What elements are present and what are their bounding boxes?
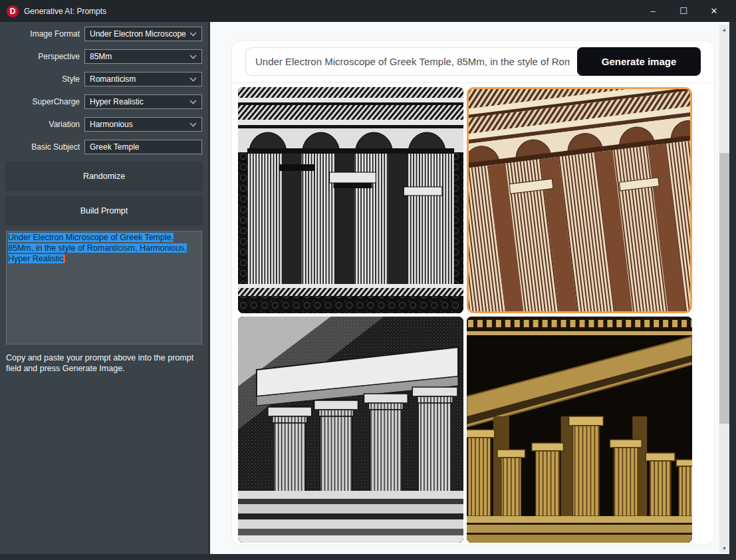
- prompt-output-memo[interactable]: Under Electron Microscope of Greek Templ…: [6, 231, 202, 345]
- instructions-text: Copy and paste your prompt above into th…: [6, 352, 202, 374]
- field-row-perspective: Perspective 85Mm: [6, 49, 202, 64]
- image-format-label: Image Format: [6, 29, 84, 39]
- image-grid: [232, 83, 714, 543]
- supercharge-value: Hyper Realistic: [90, 97, 144, 106]
- main-area: Generate image: [210, 22, 729, 554]
- image-format-value: Under Electron Microscope: [90, 29, 186, 39]
- image-format-dropdown[interactable]: Under Electron Microscope: [84, 27, 202, 41]
- selected-prompt-text: Under Electron Microscope of Greek Templ…: [8, 233, 187, 263]
- scroll-down-arrow-icon[interactable]: ▼: [719, 543, 729, 553]
- vertical-scrollbar[interactable]: ▲ ▼: [719, 25, 729, 553]
- build-prompt-button[interactable]: Build Prompt: [6, 196, 202, 225]
- title-bar: D Generative AI: Prompts – ☐ ✕: [0, 0, 736, 22]
- field-row-style: Style Romanticism: [6, 72, 202, 86]
- perspective-label: Perspective: [6, 52, 84, 61]
- chevron-down-icon: [189, 122, 197, 127]
- scroll-up-arrow-icon[interactable]: ▲: [719, 25, 729, 34]
- generated-image-variant-1[interactable]: [238, 87, 463, 313]
- field-row-supercharge: SuperCharge Hyper Realistic: [6, 94, 202, 109]
- field-row-image-format: Image Format Under Electron Microscope: [6, 27, 202, 41]
- scrollbar-thumb[interactable]: [719, 153, 729, 424]
- app-logo-icon: D: [7, 5, 19, 17]
- perspective-value: 85Mm: [90, 52, 112, 61]
- supercharge-label: SuperCharge: [6, 97, 84, 106]
- window-controls: – ☐ ✕: [638, 0, 729, 22]
- generated-image-variant-2[interactable]: [467, 87, 692, 313]
- basic-subject-label: Basic Subject: [6, 142, 84, 152]
- generated-image-variant-4[interactable]: [467, 317, 692, 543]
- field-row-basic-subject: Basic Subject Greek Temple: [6, 140, 202, 154]
- chevron-down-icon: [189, 77, 197, 82]
- content-card: Generate image: [231, 40, 715, 545]
- field-row-variation: Variation Harmonious: [6, 117, 202, 132]
- variation-dropdown[interactable]: Harmonious: [84, 117, 202, 132]
- randomize-button[interactable]: Randomize: [6, 162, 202, 190]
- variation-label: Variation: [6, 120, 84, 129]
- style-label: Style: [6, 74, 84, 84]
- chevron-down-icon: [189, 100, 197, 104]
- chevron-down-icon: [189, 32, 197, 37]
- maximize-icon[interactable]: ☐: [668, 0, 699, 22]
- style-value: Romanticism: [90, 74, 136, 84]
- generated-image-variant-3[interactable]: [238, 317, 463, 543]
- minimize-icon[interactable]: –: [638, 0, 668, 22]
- chevron-down-icon: [189, 55, 197, 59]
- prompt-bar: Generate image: [232, 41, 714, 83]
- text-caret: [64, 255, 65, 263]
- basic-subject-input[interactable]: Greek Temple: [84, 140, 202, 154]
- app-body: Image Format Under Electron Microscope P…: [0, 22, 736, 554]
- window-title: Generative AI: Prompts: [24, 7, 106, 16]
- perspective-dropdown[interactable]: 85Mm: [84, 49, 202, 64]
- style-dropdown[interactable]: Romanticism: [84, 72, 202, 86]
- variation-value: Harmonious: [90, 120, 133, 129]
- sidebar: Image Format Under Electron Microscope P…: [0, 22, 210, 554]
- close-icon[interactable]: ✕: [699, 0, 729, 22]
- generate-image-button[interactable]: Generate image: [577, 47, 701, 76]
- supercharge-dropdown[interactable]: Hyper Realistic: [84, 94, 202, 109]
